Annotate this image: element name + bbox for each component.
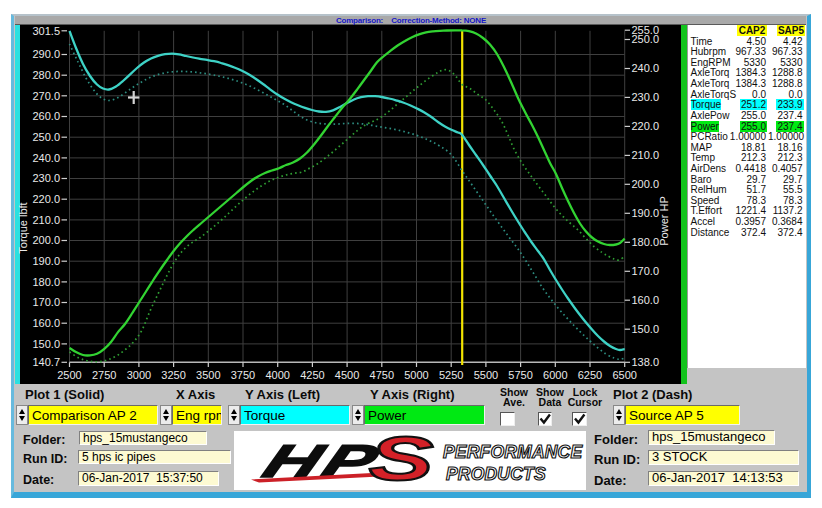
svg-text:PRODUCTS: PRODUCTS [446,464,546,484]
svg-text:PERFORMANCE: PERFORMANCE [443,442,583,462]
svg-text:S: S [369,424,434,494]
